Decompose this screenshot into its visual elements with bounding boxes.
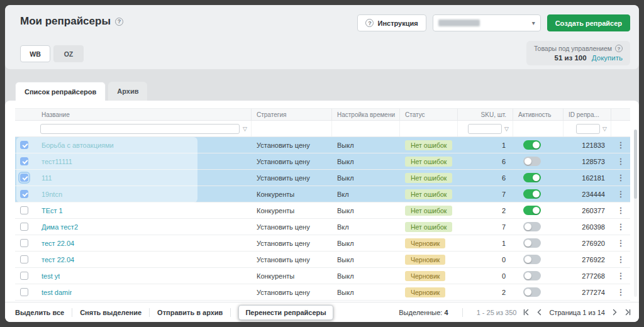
status-badge: Нет ошибок <box>405 222 452 232</box>
name-filter-funnel-icon[interactable]: ▽ <box>243 126 247 132</box>
row-name-link[interactable]: ТЕст 1 <box>42 207 63 214</box>
activity-toggle[interactable] <box>523 189 541 199</box>
name-filter-input[interactable] <box>40 124 240 134</box>
row-checkbox[interactable] <box>20 288 28 296</box>
row-menu-button[interactable]: ⋮ <box>617 190 625 198</box>
row-name-link[interactable]: 19ntcn <box>42 191 62 198</box>
row-checkbox[interactable] <box>20 141 28 149</box>
table-header: Название Стратегия Настройка времени Ста… <box>15 108 630 121</box>
table-row[interactable]: test damir Установить цену Выкл Черновик… <box>15 284 630 301</box>
activity-toggle[interactable] <box>523 222 541 231</box>
status-badge: Нет ошибок <box>405 173 452 183</box>
row-name-link[interactable]: тест11111 <box>42 158 72 165</box>
instruction-button[interactable]: ? Инструкция <box>357 14 426 31</box>
row-name-link[interactable]: тест 22.04 <box>42 256 74 263</box>
table-row[interactable]: тест 22.04 Установить цену Выкл Черновик… <box>15 235 630 252</box>
row-name-link[interactable]: test yt <box>42 272 60 280</box>
row-name-link[interactable]: тест 22.04 <box>42 240 74 247</box>
table-row[interactable]: ТЕст 1 Конкуренты Выкл Нет ошибок 2 2603… <box>15 202 630 219</box>
row-sku: 0 <box>458 268 513 284</box>
sku-filter-input[interactable] <box>468 124 502 134</box>
first-page-button[interactable] <box>523 309 530 316</box>
column-header-time[interactable]: Настройка времени <box>332 109 400 120</box>
row-checkbox[interactable] <box>20 255 28 263</box>
activity-toggle[interactable] <box>523 255 541 264</box>
column-header-sku[interactable]: SKU, шт. <box>458 109 513 120</box>
row-checkbox[interactable] <box>20 174 28 182</box>
marketplace-tab-oz[interactable]: OZ <box>53 45 84 62</box>
table-row[interactable]: test yt Конкуренты Выкл Черновик 0 27726… <box>15 268 630 284</box>
table-row[interactable]: 19ntcn Конкуренты Вкл Нет ошибок 7 23444… <box>15 186 630 202</box>
row-name-link[interactable]: 111 <box>42 174 52 182</box>
row-menu-button[interactable]: ⋮ <box>617 272 625 280</box>
column-header-activity[interactable]: Активность <box>513 109 564 120</box>
column-header-id[interactable]: ID репра... <box>564 109 611 120</box>
column-header-status[interactable]: Статус <box>400 109 458 120</box>
tab-archive[interactable]: Архив <box>108 82 147 101</box>
row-menu-button[interactable]: ⋮ <box>617 157 625 165</box>
marketplace-tab-wb[interactable]: WB <box>20 45 50 62</box>
table-row[interactable]: 111 Установить цену Выкл Нет ошибок 6 16… <box>15 170 630 186</box>
tab-repricers-list[interactable]: Список репрайсеров <box>15 82 106 101</box>
row-name-link[interactable]: Дима тест2 <box>42 223 78 231</box>
row-strategy: Установить цену <box>257 256 310 263</box>
activity-toggle[interactable] <box>523 206 541 215</box>
row-checkbox[interactable] <box>20 239 28 247</box>
status-badge: Черновик <box>405 255 445 265</box>
status-badge: Нет ошибок <box>405 157 452 167</box>
id-filter-input[interactable] <box>576 124 600 134</box>
store-select[interactable]: ▾ <box>433 14 541 31</box>
deselect-button[interactable]: Снять выделение <box>80 309 142 316</box>
activity-toggle[interactable] <box>523 173 541 182</box>
title-help-icon[interactable]: ? <box>115 18 123 26</box>
marketplace-tabs: WB OZ <box>20 45 84 62</box>
row-checkbox[interactable] <box>20 190 28 198</box>
list-tabs: Список репрайсеров Архив <box>15 82 147 101</box>
activity-toggle[interactable] <box>523 140 541 150</box>
rows-range-label: 1 - 25 из 350 <box>477 309 517 316</box>
sku-filter-funnel-icon[interactable]: ▽ <box>504 126 509 132</box>
row-menu-button[interactable]: ⋮ <box>617 239 625 247</box>
row-time: Вкл <box>337 191 349 198</box>
table-row[interactable]: тест 22.04 Установить цену Выкл Черновик… <box>15 252 630 268</box>
create-repricer-button[interactable]: Создать репрайсер <box>547 14 630 31</box>
desktop-background: Мои репрайсеры ? ? Инструкция ▾ Создать … <box>0 0 644 327</box>
row-menu-button[interactable]: ⋮ <box>617 174 625 182</box>
last-page-button[interactable] <box>625 309 631 316</box>
row-checkbox[interactable] <box>20 272 28 280</box>
activity-toggle[interactable] <box>523 287 541 297</box>
prev-page-button[interactable] <box>536 309 543 316</box>
row-checkbox[interactable] <box>20 223 28 231</box>
table-row[interactable]: Дима тест2 Установить цену Вкл Нет ошибо… <box>15 219 630 235</box>
filter-row: ▽ ▽ ▽ <box>15 121 630 137</box>
send-to-archive-button[interactable]: Отправить в архив <box>157 309 223 316</box>
row-name-link[interactable]: Борьба с автоакциями <box>42 141 114 149</box>
column-header-strategy[interactable]: Стратегия <box>252 109 332 120</box>
id-filter-funnel-icon[interactable]: ▽ <box>602 126 607 132</box>
column-header-name[interactable]: Название <box>36 109 252 120</box>
next-page-button[interactable] <box>611 309 618 316</box>
move-repricers-button[interactable]: Перенести репрайсеры <box>238 305 333 320</box>
row-checkbox[interactable] <box>20 157 28 165</box>
activity-toggle[interactable] <box>523 157 541 166</box>
row-menu-button[interactable]: ⋮ <box>617 223 625 231</box>
row-checkbox[interactable] <box>20 206 28 214</box>
select-all-button[interactable]: Выделить все <box>15 309 64 316</box>
table-footer: Выделить все Снять выделение Отправить в… <box>5 302 639 322</box>
activity-toggle[interactable] <box>523 238 541 248</box>
vertical-scrollbar[interactable] <box>634 130 637 297</box>
row-menu-button[interactable]: ⋮ <box>617 141 625 149</box>
row-menu-button[interactable]: ⋮ <box>617 255 625 263</box>
row-menu-button[interactable]: ⋮ <box>617 206 625 214</box>
table-row[interactable]: тест11111 Установить цену Выкл Нет ошибо… <box>15 153 630 170</box>
table-row[interactable]: Борьба с автоакциями Установить цену Вык… <box>15 137 630 153</box>
row-id: 234444 <box>564 186 611 202</box>
scrollbar-thumb[interactable] <box>634 130 637 199</box>
row-menu-button[interactable]: ⋮ <box>617 288 625 296</box>
activity-toggle[interactable] <box>523 271 541 280</box>
footer-divider <box>462 308 463 317</box>
quota-buy-link[interactable]: Докупить <box>592 54 623 62</box>
quota-help-icon[interactable]: ? <box>615 45 623 52</box>
status-badge: Нет ошибок <box>405 206 452 216</box>
row-name-link[interactable]: test damir <box>42 289 72 296</box>
